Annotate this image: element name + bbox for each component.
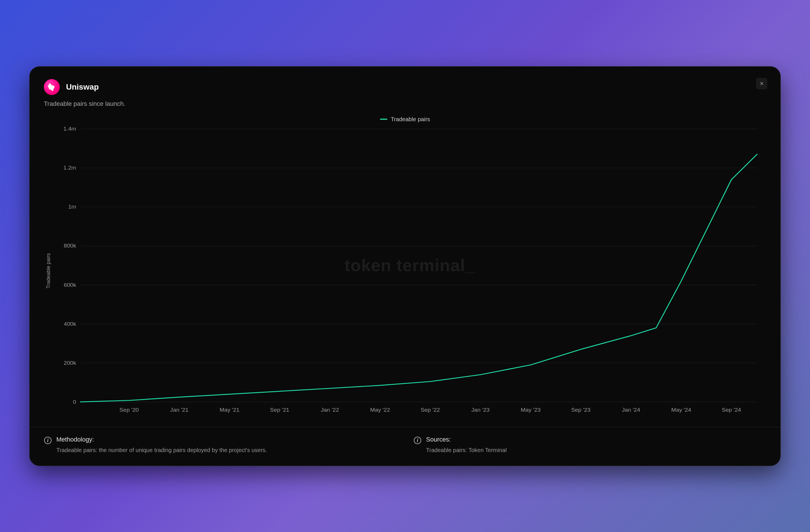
footer-methodology: i Methodology: Tradeable pairs: the numb… [44,436,396,454]
close-button[interactable]: ✕ [756,78,767,89]
svg-text:1.4m: 1.4m [63,126,76,132]
y-axis-label: Tradeable pairs [44,253,53,288]
svg-text:Sep '24: Sep '24 [722,406,741,413]
legend-swatch-icon [380,119,387,120]
sources-title: Sources: [426,436,507,443]
svg-text:i: i [47,437,48,443]
legend-label: Tradeable pairs [391,116,430,122]
svg-text:200k: 200k [64,360,76,366]
svg-text:Sep '22: Sep '22 [421,406,440,413]
svg-text:Sep '21: Sep '21 [270,406,289,413]
svg-text:600k: 600k [64,282,76,288]
svg-text:Jan '21: Jan '21 [170,406,189,413]
uniswap-logo-icon [44,79,60,95]
svg-text:May '22: May '22 [370,406,390,413]
svg-text:May '24: May '24 [671,406,691,413]
methodology-body: Tradeable pairs: the number of unique tr… [56,446,267,454]
svg-text:i: i [417,437,418,443]
chart-plot[interactable]: token terminal_ 0200k400k600k800k1m1.2m1… [53,126,766,416]
svg-text:0: 0 [73,399,76,404]
header: Uniswap [44,79,766,95]
svg-text:Jan '22: Jan '22 [321,406,339,413]
close-icon: ✕ [760,81,764,87]
chart-window: ✕ Uniswap Tradeable pairs since launch. … [29,66,781,466]
footer-sources: i Sources: Tradeable pairs: Token Termin… [414,436,766,454]
page-title: Uniswap [66,83,99,92]
info-icon: i [414,436,422,444]
svg-text:1m: 1m [68,203,76,210]
methodology-title: Methodology: [56,436,267,443]
svg-text:400k: 400k [64,321,76,327]
svg-text:May '21: May '21 [220,406,239,413]
footer: i Methodology: Tradeable pairs: the numb… [44,427,766,454]
svg-text:1.2m: 1.2m [63,164,76,170]
svg-text:Jan '23: Jan '23 [471,406,489,413]
svg-text:May '23: May '23 [521,406,540,413]
sources-body: Tradeable pairs: Token Terminal [426,446,507,454]
info-icon: i [44,436,52,444]
chart-legend: Tradeable pairs [44,116,766,122]
svg-text:Sep '20: Sep '20 [119,406,139,413]
svg-text:800k: 800k [64,243,76,248]
svg-text:Jan '24: Jan '24 [622,406,640,413]
chart-area: Tradeable pairs token terminal_ 0200k400… [44,126,766,416]
svg-text:Sep '23: Sep '23 [571,406,590,413]
page-subtitle: Tradeable pairs since launch. [44,100,766,107]
